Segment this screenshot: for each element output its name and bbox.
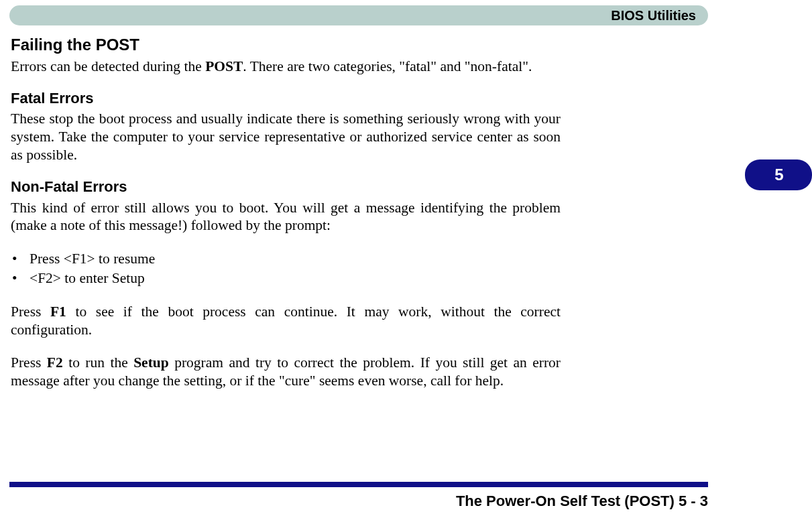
bullet-list: • Press <F1> to resume • <F2> to enter S…	[11, 249, 561, 288]
para-f2: Press F2 to run the Setup program and tr…	[11, 354, 561, 390]
heading-fatal-errors: Fatal Errors	[11, 89, 561, 108]
text: Press	[11, 304, 50, 320]
bullet-icon: •	[11, 249, 30, 269]
header-bar: BIOS Utilities	[9, 5, 708, 25]
header-title: BIOS Utilities	[611, 8, 696, 23]
chapter-number: 5	[773, 166, 783, 184]
bold-post: POST	[205, 58, 243, 74]
para-intro: Errors can be detected during the POST. …	[11, 58, 561, 76]
bullet-text: <F2> to enter Setup	[30, 269, 145, 288]
bold-f2: F2	[47, 354, 63, 371]
text: to run the	[63, 354, 133, 371]
list-item: • Press <F1> to resume	[11, 249, 561, 269]
text: Errors can be detected during the	[11, 58, 205, 74]
footer-rule	[9, 482, 708, 487]
chapter-tab: 5	[745, 159, 812, 190]
text: to see if the boot process can continue.…	[11, 304, 561, 338]
heading-failing-post: Failing the POST	[11, 35, 561, 55]
para-nonfatal: This kind of error still allows you to b…	[11, 199, 561, 235]
heading-nonfatal-errors: Non-Fatal Errors	[11, 178, 561, 196]
para-fatal: These stop the boot process and usually …	[11, 110, 561, 164]
bold-f1: F1	[50, 304, 66, 320]
bullet-icon: •	[11, 269, 30, 288]
text: Press	[11, 354, 47, 371]
footer-text: The Power-On Self Test (POST) 5 - 3	[456, 493, 708, 510]
page-content: Failing the POST Errors can be detected …	[0, 25, 812, 390]
para-f1: Press F1 to see if the boot process can …	[11, 303, 561, 339]
list-item: • <F2> to enter Setup	[11, 269, 561, 288]
bullet-text: Press <F1> to resume	[30, 249, 155, 269]
bold-setup: Setup	[133, 354, 169, 371]
text: . There are two categories, "fatal" and …	[243, 58, 532, 74]
